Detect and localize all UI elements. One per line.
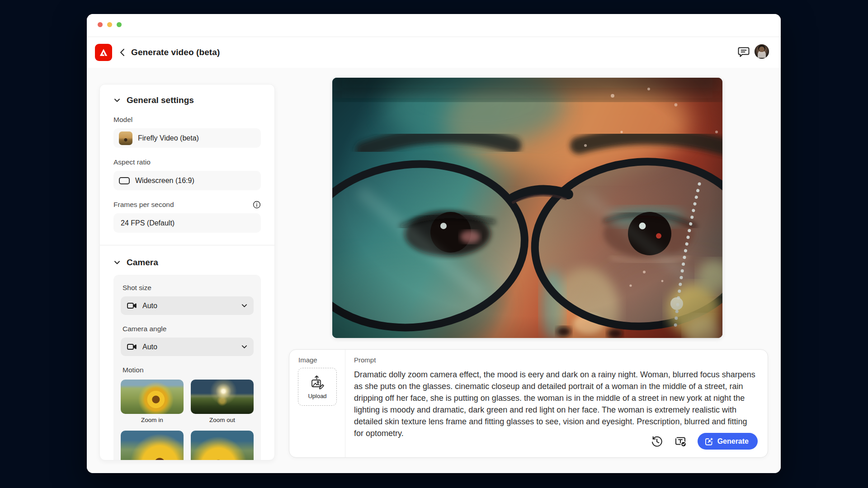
text-check-button[interactable] <box>674 435 687 448</box>
back-button[interactable] <box>118 47 127 57</box>
motion-option-zoom-in[interactable]: Zoom in <box>121 380 184 428</box>
aspect-ratio-value: Widescreen (16:9) <box>135 177 194 185</box>
general-settings-title: General settings <box>127 95 194 105</box>
image-upload-dropzone[interactable]: Upload <box>298 368 337 406</box>
minimize-window-button[interactable] <box>107 22 112 27</box>
page-title: Generate video (beta) <box>131 47 220 57</box>
upload-image-icon <box>309 375 326 391</box>
motion-option-extra-1[interactable] <box>121 431 184 460</box>
fps-label-row: Frames per second <box>113 201 261 209</box>
video-camera-icon <box>127 300 137 311</box>
generate-sparkle-icon <box>704 437 713 446</box>
chevron-down-icon <box>241 343 248 350</box>
shot-size-value: Auto <box>142 302 157 310</box>
user-avatar[interactable] <box>755 44 769 59</box>
feedback-chat-icon[interactable] <box>737 45 750 59</box>
close-window-button[interactable] <box>98 22 103 27</box>
section-divider <box>100 245 274 245</box>
prompt-text-input[interactable]: Dramatic dolly zoom camera effect, the m… <box>354 369 758 439</box>
fps-field[interactable]: 24 FPS (Default) <box>113 213 261 233</box>
motion-thumbnail <box>121 431 184 460</box>
aspect-ratio-field[interactable]: Widescreen (16:9) <box>113 171 261 190</box>
chevron-down-icon <box>241 302 248 309</box>
generate-button[interactable]: Generate <box>698 433 758 450</box>
composer-divider <box>345 350 345 457</box>
motion-thumbnail <box>191 431 254 460</box>
shot-size-select[interactable]: Auto <box>121 296 254 315</box>
app-header: Generate video (beta) <box>87 38 781 68</box>
camera-angle-label: Camera angle <box>123 325 254 333</box>
app-window: Generate video (beta) General settings M… <box>87 14 781 473</box>
widescreen-icon <box>119 177 130 184</box>
prompt-label: Prompt <box>354 356 376 364</box>
shot-size-label: Shot size <box>123 284 254 292</box>
info-icon[interactable] <box>253 201 261 209</box>
adobe-logo-icon[interactable] <box>95 44 112 61</box>
generate-label: Generate <box>717 437 749 446</box>
motion-label: Motion <box>123 366 254 374</box>
chevron-down-icon <box>113 97 121 104</box>
camera-angle-select[interactable]: Auto <box>121 338 254 356</box>
titlebar <box>87 14 781 37</box>
upload-label: Upload <box>308 393 326 399</box>
image-label: Image <box>298 356 317 364</box>
video-camera-icon <box>127 342 137 352</box>
settings-sidebar: General settings Model Firefly Video (be… <box>99 84 275 460</box>
fps-value: 24 FPS (Default) <box>121 219 175 227</box>
motion-option-extra-2[interactable] <box>191 431 254 460</box>
camera-angle-value: Auto <box>142 343 157 351</box>
aspect-ratio-label: Aspect ratio <box>113 158 261 166</box>
model-thumbnail <box>119 131 132 145</box>
camera-section-header[interactable]: Camera <box>113 258 261 267</box>
model-value: Firefly Video (beta) <box>138 134 199 142</box>
prompt-composer-card: Image Upload Prompt Dramatic dolly zoom … <box>289 349 768 458</box>
zoom-out-thumbnail <box>191 380 254 414</box>
zoom-window-button[interactable] <box>117 22 122 27</box>
history-button[interactable] <box>651 435 663 448</box>
chevron-down-icon <box>113 259 121 266</box>
content-area: General settings Model Firefly Video (be… <box>87 68 781 473</box>
general-settings-section-header[interactable]: General settings <box>113 95 261 105</box>
model-label: Model <box>113 116 261 124</box>
model-field[interactable]: Firefly Video (beta) <box>113 128 261 148</box>
camera-title: Camera <box>127 258 158 267</box>
camera-settings-card: Shot size Auto Camera angle <box>113 275 261 460</box>
zoom-in-thumbnail <box>121 380 184 414</box>
generated-video-preview[interactable] <box>332 78 722 338</box>
motion-option-zoom-out[interactable]: Zoom out <box>191 380 254 428</box>
